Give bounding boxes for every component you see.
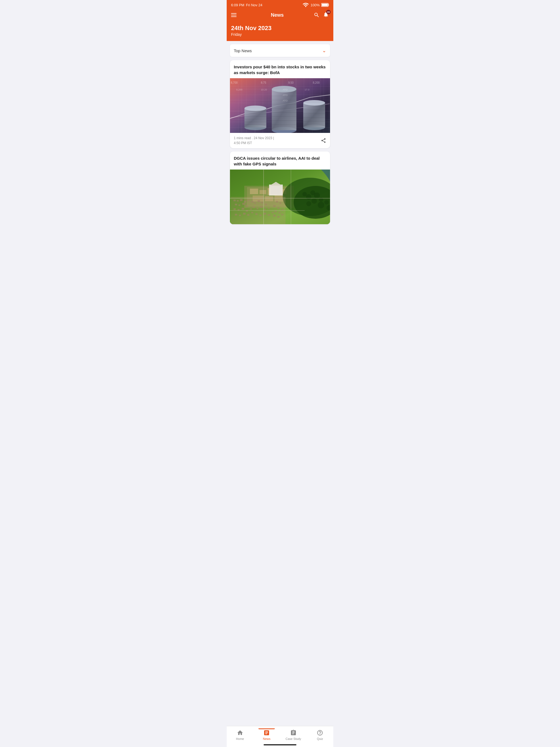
svg-rect-114 xyxy=(272,212,274,213)
svg-rect-118 xyxy=(277,207,279,209)
svg-rect-122 xyxy=(273,215,276,216)
article-1-meta: 1 mins read . 24 Nov 2023 | 4:50 PM IST xyxy=(230,133,330,148)
svg-rect-116 xyxy=(279,202,281,204)
current-day: Friday xyxy=(231,32,329,36)
svg-point-71 xyxy=(306,194,311,200)
battery-icon xyxy=(321,3,329,7)
svg-rect-37 xyxy=(303,103,325,127)
svg-rect-90 xyxy=(233,208,236,210)
article-2-image xyxy=(230,170,330,224)
bottom-nav: Home News Case Study Quiz xyxy=(227,726,333,747)
svg-rect-94 xyxy=(250,208,252,210)
svg-point-76 xyxy=(306,201,311,206)
svg-rect-99 xyxy=(265,204,267,205)
article-2-title: DGCA issues circular to airlines, AAI to… xyxy=(230,152,330,170)
nav-casestudy-label: Case Study xyxy=(285,737,301,741)
svg-rect-89 xyxy=(246,205,248,207)
article-1-readtime: 1 mins read xyxy=(234,136,251,140)
svg-rect-110 xyxy=(255,213,258,215)
casestudy-icon xyxy=(290,729,297,736)
svg-rect-85 xyxy=(247,200,249,201)
svg-rect-83 xyxy=(240,199,243,201)
status-bar-right: 100% xyxy=(302,2,329,8)
svg-rect-86 xyxy=(235,204,237,205)
notification-button[interactable]: 15 xyxy=(323,11,329,19)
svg-rect-59 xyxy=(259,190,266,194)
svg-rect-109 xyxy=(251,212,253,213)
svg-rect-106 xyxy=(239,215,241,216)
share-icon[interactable] xyxy=(321,138,326,143)
svg-rect-95 xyxy=(251,201,253,203)
dropdown-label: Top News xyxy=(234,48,252,53)
svg-rect-111 xyxy=(259,215,261,216)
svg-rect-66 xyxy=(271,186,281,194)
main-content: Top News ⌄ Investors pour $40 bn into st… xyxy=(227,41,333,249)
article-1-date: 24 Nov 2023 | xyxy=(254,136,274,140)
svg-rect-108 xyxy=(247,214,249,216)
svg-point-70 xyxy=(302,192,307,196)
news-card-1[interactable]: Investors pour $40 bn into stocks in two… xyxy=(230,60,330,148)
home-icon xyxy=(237,729,244,736)
svg-rect-115 xyxy=(276,201,278,203)
svg-text:ATO: ATO xyxy=(283,88,288,91)
svg-rect-121 xyxy=(279,212,281,213)
svg-rect-81 xyxy=(233,200,236,201)
svg-rect-124 xyxy=(281,214,283,215)
svg-rect-88 xyxy=(242,203,245,205)
svg-point-17 xyxy=(245,106,266,111)
quiz-icon xyxy=(316,729,323,736)
svg-text:8.75: 8.75 xyxy=(261,81,266,84)
svg-text:17.0: 17.0 xyxy=(305,88,309,91)
svg-rect-97 xyxy=(258,200,260,202)
svg-rect-101 xyxy=(256,208,258,209)
news-card-2[interactable]: DGCA issues circular to airlines, AAI to… xyxy=(230,152,330,224)
svg-rect-58 xyxy=(250,189,258,194)
svg-text:8,700: 8,700 xyxy=(231,81,238,84)
svg-rect-2 xyxy=(322,4,328,6)
chevron-down-icon: ⌄ xyxy=(322,48,326,54)
nav-home-label: Home xyxy=(236,737,244,741)
svg-rect-93 xyxy=(246,210,248,212)
svg-text:8,200: 8,200 xyxy=(313,81,320,84)
svg-rect-112 xyxy=(263,213,266,215)
search-icon[interactable] xyxy=(314,12,320,18)
menu-button[interactable] xyxy=(231,13,242,17)
news-icon xyxy=(263,729,270,736)
svg-text:10.20: 10.20 xyxy=(261,88,267,91)
svg-text:9.50: 9.50 xyxy=(288,81,294,84)
svg-rect-120 xyxy=(275,210,277,212)
nav-item-quiz[interactable]: Quiz xyxy=(307,728,334,742)
svg-point-78 xyxy=(324,200,329,205)
home-indicator xyxy=(263,744,297,745)
svg-rect-96 xyxy=(254,202,256,204)
svg-rect-123 xyxy=(277,216,279,217)
page-title: News xyxy=(242,12,312,18)
category-dropdown[interactable]: Top News ⌄ xyxy=(230,44,330,57)
svg-text:ATO: ATO xyxy=(283,94,288,97)
nav-active-indicator xyxy=(258,728,275,729)
article-1-time: 4:50 PM IST xyxy=(234,141,252,145)
svg-rect-104 xyxy=(268,207,270,209)
nav-item-casestudy[interactable]: Case Study xyxy=(280,728,307,742)
svg-rect-82 xyxy=(237,200,239,202)
svg-rect-98 xyxy=(261,202,263,203)
status-date: Fri Nov 24 xyxy=(246,3,262,7)
svg-rect-103 xyxy=(263,209,266,210)
svg-point-38 xyxy=(303,100,325,106)
svg-rect-113 xyxy=(268,214,270,216)
svg-rect-1 xyxy=(328,4,329,6)
svg-point-77 xyxy=(318,202,324,208)
svg-rect-100 xyxy=(253,206,255,208)
date-banner: 24th Nov 2023 Friday xyxy=(227,22,333,41)
status-bar-left: 6:09 PM Fri Nov 24 xyxy=(231,3,262,7)
current-date: 24th Nov 2023 xyxy=(231,25,329,32)
svg-rect-117 xyxy=(273,205,276,207)
svg-point-73 xyxy=(314,192,320,199)
nav-item-home[interactable]: Home xyxy=(227,728,253,742)
header-actions: 15 xyxy=(312,11,329,19)
battery-level: 100% xyxy=(311,3,320,7)
nav-item-news[interactable]: News xyxy=(253,728,280,742)
svg-text:ATO: ATO xyxy=(283,99,288,102)
nav-quiz-label: Quiz xyxy=(317,737,323,741)
nav-news-label: News xyxy=(263,737,271,741)
